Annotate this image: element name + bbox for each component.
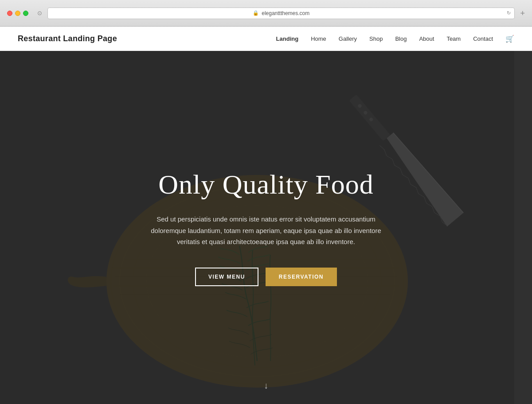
nav-item-team[interactable]: Team xyxy=(446,35,461,42)
new-tab-button[interactable]: + xyxy=(520,9,525,17)
browser-right-controls: + xyxy=(520,9,525,17)
hero-content: Only Quality Food Sed ut perspiciatis un… xyxy=(0,51,532,404)
view-menu-button[interactable]: VIEW MENU xyxy=(195,268,258,286)
minimize-button[interactable] xyxy=(15,11,20,16)
reservation-button[interactable]: RESERVATION xyxy=(266,268,337,286)
cart-icon[interactable]: 🛒 xyxy=(505,35,514,43)
ssl-icon: 🔒 xyxy=(253,10,259,16)
nav-item-about[interactable]: About xyxy=(419,35,434,42)
url-text: eleganttthemes.com xyxy=(262,10,309,16)
site-header: Restaurant Landing Page Landing Home Gal… xyxy=(0,27,532,51)
nav-item-contact[interactable]: Contact xyxy=(473,35,493,42)
hero-subtitle: Sed ut perspiciatis unde omnis iste natu… xyxy=(146,214,386,248)
hero-title: Only Quality Food xyxy=(158,169,373,200)
site-logo[interactable]: Restaurant Landing Page xyxy=(18,34,117,43)
scroll-down-arrow[interactable]: ↓ xyxy=(264,381,268,391)
nav-item-gallery[interactable]: Gallery xyxy=(339,35,357,42)
nav-item-home[interactable]: Home xyxy=(311,35,326,42)
nav-item-landing[interactable]: Landing xyxy=(276,35,299,42)
browser-icon: ⊙ xyxy=(37,10,42,16)
browser-nav-controls: ⊙ xyxy=(37,10,42,16)
site-nav: Landing Home Gallery Shop Blog About Tea… xyxy=(276,35,514,43)
reload-icon[interactable]: ↻ xyxy=(507,10,511,16)
nav-item-blog[interactable]: Blog xyxy=(395,35,407,42)
address-bar[interactable]: 🔒 eleganttthemes.com ↻ xyxy=(47,8,515,19)
website: Restaurant Landing Page Landing Home Gal… xyxy=(0,27,532,404)
hero-buttons: VIEW MENU RESERVATION xyxy=(195,268,337,286)
fullscreen-button[interactable] xyxy=(23,11,28,16)
traffic-lights xyxy=(7,11,28,16)
browser-chrome: ⊙ 🔒 eleganttthemes.com ↻ + xyxy=(0,0,532,27)
nav-item-shop[interactable]: Shop xyxy=(369,35,383,42)
close-button[interactable] xyxy=(7,11,12,16)
hero-section: Only Quality Food Sed ut perspiciatis un… xyxy=(0,51,532,404)
